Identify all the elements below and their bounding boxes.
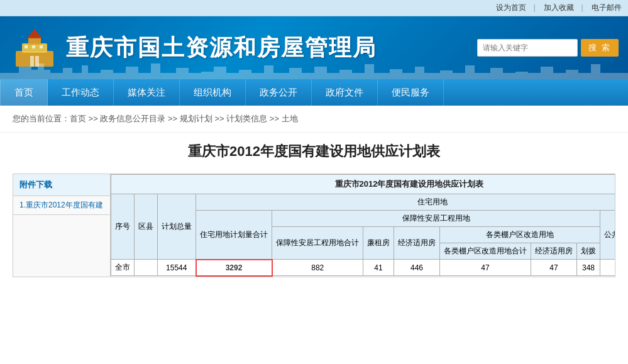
cell-huabo: 348 [577, 260, 600, 276]
email-link[interactable]: 电子邮件 [592, 3, 622, 12]
table-area: 重庆市2012年度国有建设用地供应计划表 序号 区县 计划总量 住宅用地 普通商… [111, 174, 615, 277]
nav-item-workdynamic[interactable]: 工作动态 [48, 79, 114, 106]
col-header-affordable: 保障性安居工程用地 [272, 211, 600, 227]
site-title: 重庆市国土资源和房屋管理局 [66, 33, 377, 63]
nav-item-affairs[interactable]: 政务公开 [246, 79, 312, 106]
sidebar-download-link[interactable]: 1.重庆市2012年度国有建 [13, 196, 110, 214]
cell-lianzu: 41 [363, 260, 394, 276]
nav-item-media[interactable]: 媒体关注 [114, 79, 180, 106]
col-header-lianzu: 廉租房 [363, 227, 394, 260]
page-title: 重庆市2012年度国有建设用地供应计划表 [13, 142, 615, 161]
nav-item-services[interactable]: 便民服务 [378, 79, 444, 106]
main-layout: 附件下载 1.重庆市2012年度国有建 重庆市2012年度国有建设用地供应计划表… [13, 174, 615, 277]
col-header-public-rent: 公共租 [600, 211, 615, 260]
sidebar-download-section: 附件下载 1.重庆市2012年度国有建 [13, 174, 110, 215]
search-area: 搜 索 [477, 39, 619, 57]
svg-marker-3 [27, 29, 42, 38]
cell-res-total-highlight: 3292 [196, 260, 272, 276]
breadcrumb-text: 您的当前位置：首页 >> 政务信息公开目录 >> 规划计划 >> 计划类信息 >… [13, 114, 298, 123]
cell-jingji: 446 [394, 260, 440, 276]
page-content: 重庆市2012年度国有建设用地供应计划表 附件下载 1.重庆市2012年度国有建… [0, 133, 628, 287]
col-header-huabo: 划拨 [577, 243, 600, 260]
cell-public-rent [600, 260, 615, 276]
search-input[interactable] [477, 39, 578, 57]
col-header-affordable-total: 保障性安居工程用地合计 [272, 227, 363, 260]
col-header-jingji2: 经济适用房 [531, 243, 577, 260]
nav-bar: 首页 工作动态 媒体关注 组织机构 政务公开 政府文件 便民服务 [0, 79, 628, 106]
sidebar-title: 附件下载 [13, 174, 110, 196]
table-row-quanshi: 全市 15544 3292 882 41 446 47 47 348 2410 [111, 260, 615, 276]
cell-affordable-total: 882 [272, 260, 363, 276]
col-header-penghu-total: 各类棚户区改造用地合计 [440, 243, 531, 260]
cell-jingji2: 47 [531, 260, 577, 276]
col-header-jingji: 经济适用房 [394, 227, 440, 260]
col-header-penghu: 各类棚户区改造用地 [440, 227, 600, 243]
sidebar: 附件下载 1.重庆市2012年度国有建 [13, 174, 111, 277]
table-main-title: 重庆市2012年度国有建设用地供应计划表 [111, 175, 615, 194]
cell-total: 15544 [158, 260, 196, 276]
col-header-district: 区县 [135, 194, 158, 260]
breadcrumb: 您的当前位置：首页 >> 政务信息公开目录 >> 规划计划 >> 计划类信息 >… [0, 106, 628, 133]
cell-penghu-total: 47 [440, 260, 531, 276]
svg-rect-8 [40, 45, 43, 48]
search-button[interactable]: 搜 索 [581, 39, 619, 57]
add-bookmark-link[interactable]: 加入收藏 [544, 3, 574, 12]
set-homepage-link[interactable]: 设为首页 [496, 3, 526, 12]
nav-item-org[interactable]: 组织机构 [180, 79, 246, 106]
col-header-total: 计划总量 [158, 194, 196, 260]
svg-rect-7 [32, 45, 35, 48]
col-header-residential: 住宅用地 [196, 194, 615, 211]
col-header-res-total: 住宅用地计划量合计 [196, 211, 272, 260]
header: 重庆市国土资源和房屋管理局 搜 索 [0, 16, 628, 79]
nav-item-home[interactable]: 首页 [0, 79, 48, 106]
col-header-serial: 序号 [111, 194, 135, 260]
top-bar: 设为首页 | 加入收藏 | 电子邮件 [0, 0, 628, 16]
cell-district [135, 260, 158, 276]
cityscape-decoration [0, 60, 628, 79]
nav-item-govdocs[interactable]: 政府文件 [312, 79, 378, 106]
data-table: 重庆市2012年度国有建设用地供应计划表 序号 区县 计划总量 住宅用地 普通商… [111, 174, 615, 277]
cell-serial: 全市 [111, 260, 135, 276]
svg-rect-6 [25, 45, 28, 48]
